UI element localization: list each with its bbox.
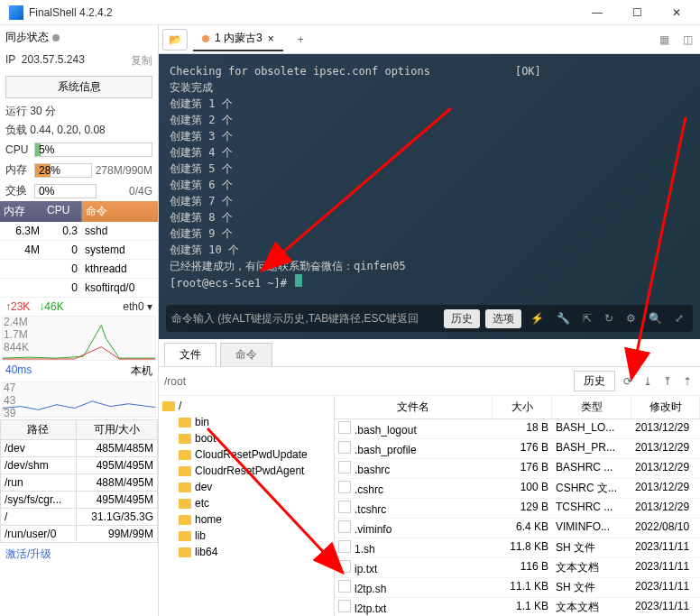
ping-graph: [2, 382, 156, 418]
disk-row[interactable]: /dev/shm495M/495M: [1, 457, 158, 474]
right-panel: 📂 1 内蒙古3 × + ▦ ◫ Checking for obsolete i…: [159, 25, 700, 616]
activate-link[interactable]: 激活/升级: [0, 543, 158, 565]
file-row[interactable]: ip.txt116 B文本文档2023/11/11: [335, 558, 700, 578]
folder-icon: [179, 515, 191, 525]
col-type[interactable]: 类型: [552, 396, 631, 418]
bolt-icon[interactable]: ⚡: [527, 312, 548, 325]
file-row[interactable]: .tcshrc129 BTCSHRC ...2013/12/29: [335, 499, 700, 519]
process-row[interactable]: 0ksoftirqd/0: [0, 279, 158, 298]
file-icon: [338, 441, 351, 454]
tree-node[interactable]: CloudrResetPwdAgent: [159, 463, 334, 479]
ping-ms: 40ms: [5, 363, 32, 379]
maximize-button[interactable]: ☐: [617, 0, 657, 25]
path-input[interactable]: /root: [164, 375, 568, 388]
file-row[interactable]: l2tp.sh11.1 KBSH 文件2023/11/11: [335, 578, 700, 598]
cpu-label: CPU: [5, 143, 31, 156]
swap-bar: 0%: [34, 184, 97, 198]
ping-location-dropdown[interactable]: 本机: [131, 363, 152, 379]
disk-table: 路径可用/大小 /dev485M/485M/dev/shm495M/495M/r…: [0, 419, 158, 543]
sync-dot-icon: [52, 34, 60, 41]
file-row[interactable]: .cshrc100 BCSHRC 文...2013/12/29: [335, 479, 700, 499]
tree-node[interactable]: lib: [159, 528, 334, 544]
tree-node[interactable]: etc: [159, 495, 334, 511]
terminal-line: Checking for obsolete ipsec.conf options…: [170, 63, 689, 79]
system-info-button[interactable]: 系统信息: [5, 76, 152, 98]
file-row[interactable]: .bashrc176 BBASHRC ...2013/12/29: [335, 459, 700, 479]
history-button[interactable]: 历史: [444, 309, 480, 328]
tree-node[interactable]: bin: [159, 414, 334, 430]
copy-button[interactable]: 复制: [131, 53, 152, 69]
upload2-icon[interactable]: ⇡: [680, 375, 695, 388]
terminal[interactable]: Checking for obsolete ipsec.conf options…: [159, 54, 700, 339]
gear-icon[interactable]: ⚙: [622, 312, 640, 325]
process-row[interactable]: 0kthreadd: [0, 260, 158, 279]
search-icon[interactable]: 🔍: [645, 312, 666, 325]
disk-hdr-size[interactable]: 可用/大小: [76, 420, 157, 440]
proc-hdr-mem[interactable]: 内存: [0, 201, 43, 222]
grid-view-icon[interactable]: ▦: [655, 31, 673, 49]
process-row[interactable]: 6.3M0.3sshd: [0, 222, 158, 241]
disk-row[interactable]: /31.1G/35.3G: [1, 509, 158, 526]
terminal-line: 创建第 3 个: [170, 128, 689, 144]
file-row[interactable]: .bash_profile176 BBASH_PR...2013/12/29: [335, 439, 700, 459]
terminal-line: 安装完成: [170, 79, 689, 96]
refresh-icon[interactable]: ↻: [601, 312, 617, 325]
net-upload: ↑23K: [5, 300, 30, 313]
expand-icon[interactable]: ⤢: [671, 312, 687, 325]
folder-icon: [179, 531, 191, 541]
tree-node[interactable]: dev: [159, 479, 334, 495]
split-view-icon[interactable]: ◫: [678, 31, 696, 49]
folder-tree[interactable]: / binbootCloudResetPwdUpdateCloudrResetP…: [159, 396, 335, 616]
file-row[interactable]: .bash_logout18 BBASH_LO...2013/12/29: [335, 419, 700, 439]
upload-icon[interactable]: ⤒: [660, 375, 675, 388]
external-icon[interactable]: ⇱: [579, 312, 595, 325]
wrench-icon[interactable]: 🔧: [553, 312, 574, 325]
tree-root[interactable]: /: [159, 398, 334, 414]
options-button[interactable]: 选项: [485, 309, 521, 328]
path-history-button[interactable]: 历史: [574, 371, 615, 391]
download-icon[interactable]: ⤓: [640, 375, 655, 388]
session-tab[interactable]: 1 内蒙古3 ×: [193, 27, 283, 51]
file-row[interactable]: .viminfo6.4 KBVIMINFO...2022/08/10: [335, 519, 700, 538]
col-size[interactable]: 大小: [493, 396, 552, 418]
tab-files[interactable]: 文件: [164, 343, 216, 366]
ping-row: 40ms 本机: [0, 361, 158, 382]
swap-label: 交换: [5, 183, 31, 198]
tree-node[interactable]: boot: [159, 430, 334, 446]
col-date[interactable]: 修改时: [631, 396, 700, 418]
proc-hdr-cmd[interactable]: 命令: [81, 201, 158, 222]
refresh-icon[interactable]: ⟳: [621, 375, 635, 388]
tree-node[interactable]: CloudResetPwdUpdate: [159, 446, 334, 463]
net-interface-dropdown[interactable]: eth0 ▾: [123, 300, 152, 313]
file-row[interactable]: 1.sh11.8 KBSH 文件2023/11/11: [335, 538, 700, 558]
ip-row: IP 203.57.5.243 复制: [0, 50, 158, 72]
network-row: ↑23K ↓46K eth0 ▾: [0, 298, 158, 316]
file-icon: [338, 600, 351, 612]
tree-node[interactable]: lib64: [159, 544, 334, 560]
disk-row[interactable]: /run488M/495M: [1, 474, 158, 492]
file-icon: [338, 560, 351, 573]
process-row[interactable]: 4M0systemd: [0, 241, 158, 260]
file-row[interactable]: l2tp.txt1.1 KB文本文档2023/11/11: [335, 598, 700, 616]
open-folder-button[interactable]: 📂: [162, 29, 188, 51]
tree-node[interactable]: home: [159, 511, 334, 528]
tab-close-icon[interactable]: ×: [268, 32, 274, 45]
folder-icon: [179, 450, 191, 460]
folder-icon: [179, 547, 191, 557]
file-icon: [338, 520, 351, 533]
close-button[interactable]: ✕: [657, 0, 696, 25]
disk-row[interactable]: /sys/fs/cgr...495M/495M: [1, 492, 158, 509]
proc-hdr-cpu[interactable]: CPU: [43, 201, 81, 222]
disk-row[interactable]: /dev485M/485M: [1, 440, 158, 457]
folder-icon: [179, 466, 191, 476]
file-icon: [338, 461, 351, 473]
add-tab-button[interactable]: +: [289, 30, 313, 50]
command-input[interactable]: 命令输入 (按ALT键提示历史,TAB键路径,ESC键返回: [171, 311, 438, 326]
terminal-line: 创建第 8 个: [170, 209, 689, 225]
disk-hdr-path[interactable]: 路径: [1, 420, 77, 440]
load-label: 负载 0.44, 0.20, 0.08: [0, 121, 158, 140]
minimize-button[interactable]: —: [577, 0, 617, 25]
col-name[interactable]: 文件名: [335, 396, 493, 418]
tab-commands[interactable]: 命令: [220, 343, 272, 366]
disk-row[interactable]: /run/user/099M/99M: [1, 526, 158, 543]
